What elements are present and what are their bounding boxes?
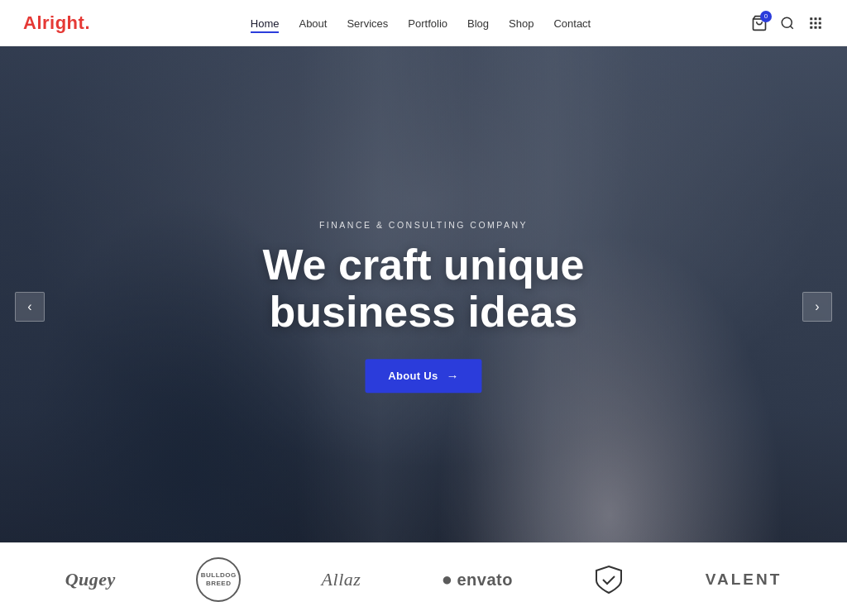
svg-rect-3 bbox=[815, 17, 817, 20]
nav-item-about[interactable]: About bbox=[299, 16, 327, 31]
cart-button[interactable]: 0 bbox=[751, 15, 768, 31]
nav-item-home[interactable]: Home bbox=[251, 16, 280, 31]
svg-rect-6 bbox=[815, 21, 817, 24]
carousel-dot-2[interactable] bbox=[421, 547, 427, 552]
carousel-dot-1[interactable] bbox=[409, 547, 415, 552]
hero-cta-button[interactable]: About Us → bbox=[365, 360, 481, 394]
svg-rect-5 bbox=[810, 21, 812, 24]
svg-rect-8 bbox=[810, 26, 812, 28]
grid-menu-button[interactable] bbox=[807, 15, 824, 31]
partner-shield bbox=[593, 564, 624, 595]
hero-cta-arrow: → bbox=[446, 370, 458, 384]
site-logo[interactable]: Alright. bbox=[23, 12, 90, 34]
carousel-dot-3[interactable] bbox=[433, 547, 438, 552]
partner-envato: ● envato bbox=[442, 569, 513, 590]
carousel-prev-button[interactable]: ‹ bbox=[15, 292, 45, 322]
svg-rect-10 bbox=[819, 26, 821, 28]
svg-point-1 bbox=[782, 17, 792, 27]
logo-dot: . bbox=[84, 12, 90, 33]
svg-rect-7 bbox=[819, 21, 821, 24]
hero-title: We craft unique business ideas bbox=[262, 241, 584, 336]
search-button[interactable] bbox=[779, 15, 796, 31]
cart-count: 0 bbox=[760, 11, 772, 22]
hero-cta-label: About Us bbox=[388, 370, 438, 383]
hero-content: Finance & Consulting Company We craft un… bbox=[262, 220, 584, 393]
nav-item-shop[interactable]: Shop bbox=[509, 16, 534, 31]
nav-item-portfolio[interactable]: Portfolio bbox=[408, 16, 447, 31]
nav-item-blog[interactable]: Blog bbox=[467, 16, 489, 31]
partner-bulldog: BULLDOGBREED bbox=[196, 557, 241, 602]
svg-rect-9 bbox=[815, 26, 817, 28]
carousel-indicators bbox=[409, 547, 438, 552]
hero-title-line2: business ideas bbox=[270, 289, 578, 337]
hero-title-line1: We craft unique bbox=[262, 241, 584, 289]
partner-qugey: Qugey bbox=[65, 569, 116, 590]
header-actions: 0 bbox=[751, 15, 824, 31]
grid-icon bbox=[808, 16, 823, 31]
header: Alright. Home About Services Portfolio B… bbox=[0, 0, 847, 46]
svg-rect-2 bbox=[810, 17, 812, 20]
carousel-next-button[interactable]: › bbox=[802, 292, 832, 322]
svg-rect-4 bbox=[819, 17, 821, 20]
search-icon bbox=[780, 16, 795, 31]
partners-bar: Qugey BULLDOGBREED Allaz ● envato VALENT bbox=[0, 542, 847, 616]
main-nav: Home About Services Portfolio Blog Shop … bbox=[251, 16, 591, 31]
logo-text: Alright bbox=[23, 12, 84, 33]
shield-logo-icon bbox=[593, 564, 624, 595]
nav-item-services[interactable]: Services bbox=[347, 16, 388, 31]
partner-allaz: Allaz bbox=[322, 569, 361, 590]
nav-item-contact[interactable]: Contact bbox=[553, 16, 591, 31]
hero-subtitle: Finance & Consulting Company bbox=[262, 220, 584, 230]
hero-section: ‹ Finance & Consulting Company We craft … bbox=[0, 46, 847, 567]
partner-valent: VALENT bbox=[706, 571, 782, 589]
